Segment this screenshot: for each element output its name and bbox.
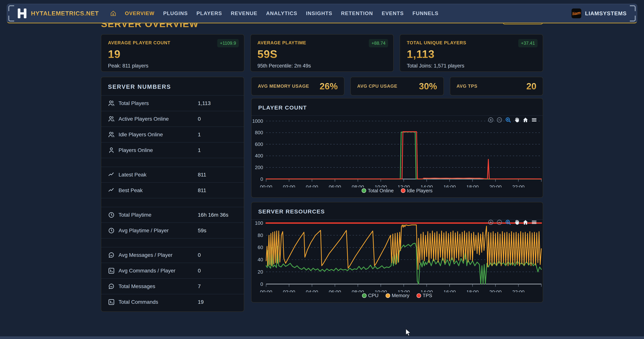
legend-item[interactable]: Memory [386,293,410,299]
legend-label: TPS [422,293,432,299]
svg-text:16:00: 16:00 [443,184,456,187]
row-label: Total Players [118,100,198,106]
nav-corner-ornament [630,16,636,21]
nav-item-overview[interactable]: OVERVIEW [125,10,154,16]
nav-item-plugins[interactable]: PLUGINS [163,10,188,16]
brand[interactable]: HYTALEMETRICS.NET [17,8,99,19]
stat-change-badge: +37.41 [518,39,538,47]
legend-item[interactable]: Idle Players [401,188,432,194]
nav-menu: OVERVIEWPLUGINSPLAYERSREVENUEANALYTICSIN… [110,10,572,16]
svg-text:02:00: 02:00 [283,184,295,187]
reset-home-icon[interactable] [522,219,528,225]
mini-stat-label: AVG CPU USAGE [357,83,397,89]
stat-card-row: AVERAGE PLAYER COUNT+1109.919Peak: 811 p… [101,34,543,72]
stat-card-value: 1,113 [407,48,536,60]
pan-icon[interactable] [514,117,520,123]
nav-item-revenue[interactable]: REVENUE [231,10,258,16]
zoom-in-icon[interactable] [488,219,494,225]
stat-card: AVERAGE PLAYER COUNT+1109.919Peak: 811 p… [101,34,244,72]
nav-item-events[interactable]: EVENTS [382,10,404,16]
user-avatar[interactable]: liam [572,8,581,18]
horizontal-scrollbar[interactable] [0,336,644,339]
svg-text:20:00: 20:00 [490,184,502,187]
legend-marker [362,293,366,298]
row-label: Total Commands [118,299,198,305]
mini-stat-card: AVG CPU USAGE30% [350,77,444,95]
selection-zoom-icon[interactable] [505,117,511,123]
mini-stat-card: AVG TPS20 [450,77,543,95]
mini-stat-card: AVG MEMORY USAGE26% [251,77,344,95]
server-numbers-row: Total Playtime16h 16m 36s [101,207,244,223]
svg-text:14:00: 14:00 [420,289,433,292]
row-group-divider [101,238,244,247]
row-label: Avg Commands / Player [118,268,198,274]
svg-text:06:00: 06:00 [329,289,341,292]
chat-icon [108,252,115,259]
menu-icon[interactable] [531,117,537,123]
chart-plot-area[interactable]: 02040608010000:0002:0004:0006:0008:0010:… [252,220,543,293]
avatar-logo: liam [572,10,581,16]
nav-item-insights[interactable]: INSIGHTS [306,10,332,16]
menu-icon[interactable] [531,219,537,225]
nav-item-analytics[interactable]: ANALYTICS [266,10,298,16]
stat-card-value: 59S [258,48,387,60]
nav-corner-ornament [8,5,14,11]
user-name[interactable]: LIAMSYSTEMS [585,10,627,16]
server-numbers-row: Total Messages7 [101,278,244,294]
stat-card-value: 19 [108,48,237,60]
chart-toolbar [488,117,537,123]
main-content: LIAM'S TEST SERVER SERVER OVERVIEW TODAY… [101,0,543,312]
selection-zoom-icon[interactable] [505,219,511,225]
svg-text:40: 40 [258,257,263,263]
mouse-cursor [405,329,412,337]
mini-stat-value: 20 [526,81,536,91]
mini-stat-value: 30% [419,81,437,91]
svg-text:04:00: 04:00 [306,289,318,292]
legend-item[interactable]: TPS [416,293,432,299]
mini-stat-label: AVG TPS [456,83,478,89]
brand-name[interactable]: HYTALEMETRICS.NET [31,10,99,17]
legend-item[interactable]: CPU [362,293,378,299]
row-value: 0 [198,268,201,274]
svg-text:06:00: 06:00 [329,184,341,187]
row-label: Latest Peak [118,172,198,178]
reset-home-icon[interactable] [522,117,528,123]
nav-item-players[interactable]: PLAYERS [196,10,222,16]
svg-text:02:00: 02:00 [283,289,295,292]
svg-text:22:00: 22:00 [512,289,524,292]
svg-text:00:00: 00:00 [260,184,272,187]
row-label: Avg Playtime / Player [118,228,198,234]
stat-card-subtext: Peak: 811 players [108,63,237,69]
svg-text:16:00: 16:00 [443,289,456,292]
server-numbers-row: Latest Peak811 [101,167,244,182]
stat-change-badge: +1109.9 [217,39,239,47]
mini-stat-label: AVG MEMORY USAGE [258,83,309,89]
svg-text:1000: 1000 [252,118,263,124]
svg-text:80: 80 [258,232,263,238]
server-numbers-panel: SERVER NUMBERS Total Players1,113Active … [101,77,244,312]
nav-item-retention[interactable]: RETENTION [341,10,373,16]
users-icon [108,131,115,138]
legend-marker [401,188,406,193]
zoom-in-icon[interactable] [488,117,494,123]
zoom-out-icon[interactable] [496,219,502,225]
stat-card-subtext: 95th Percentile: 2m 49s [258,63,387,69]
chart-legend: Total OnlineIdle Players [252,187,543,197]
row-group-divider [101,198,244,207]
server-numbers-row: Total Players1,113 [101,95,244,111]
row-label: Players Online [118,147,198,153]
row-label: Active Players Online [118,116,198,122]
nav-corner-ornament [630,5,636,11]
row-value: 16h 16m 36s [198,212,228,218]
pan-icon[interactable] [514,219,520,225]
legend-item[interactable]: Total Online [362,188,394,194]
zoom-out-icon[interactable] [496,117,502,123]
svg-text:100: 100 [255,220,263,226]
home-icon[interactable] [110,10,116,16]
users-icon [108,100,115,107]
row-value: 59s [198,228,206,234]
chart-plot-area[interactable]: 0200400600800100000:0002:0004:0006:0008:… [252,116,543,187]
legend-marker [362,188,366,193]
nav-item-funnels[interactable]: FUNNELS [412,10,438,16]
row-value: 1 [198,132,201,138]
